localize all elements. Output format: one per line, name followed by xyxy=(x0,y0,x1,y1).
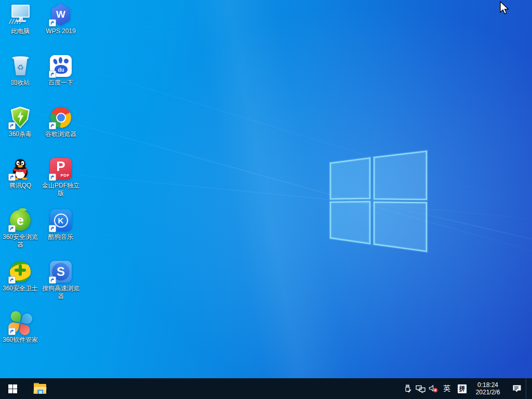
shortcut-arrow-icon xyxy=(49,71,56,78)
volume-muted-icon[interactable] xyxy=(428,378,439,399)
clock-time: 0:18:24 xyxy=(473,381,503,389)
desktop-icon-360-antivirus[interactable]: 360杀毒 xyxy=(0,106,41,138)
system-tray: 英 拼 0:18:24 2021/2/6 xyxy=(402,378,532,399)
shortcut-arrow-icon xyxy=(8,122,16,129)
show-desktop-button[interactable] xyxy=(526,378,529,399)
icon-label: 酷狗音乐 xyxy=(41,233,81,241)
360-safeguard-icon xyxy=(9,260,32,283)
desktop-icon-360-manager[interactable]: 360软件管家 xyxy=(0,312,41,344)
360-browser-icon: e xyxy=(9,209,32,232)
desktop-icon-wps-2019[interactable]: W WPS 2019 xyxy=(41,3,81,35)
desktop-icon-tencent-qq[interactable]: 腾讯QQ xyxy=(0,157,41,190)
qq-icon xyxy=(9,157,32,180)
chrome-icon xyxy=(49,106,72,129)
icon-label: 搜狗高速浏览器 xyxy=(41,285,81,300)
desktop-icon-sogou-browser[interactable]: S 搜狗高速浏览器 xyxy=(41,260,81,300)
shortcut-arrow-icon xyxy=(49,225,56,232)
desktop-icon-kugou-music[interactable]: K 酷狗音乐 xyxy=(41,209,81,241)
icon-label: WPS 2019 xyxy=(41,28,81,35)
ime-pinyin-icon[interactable]: 拼 xyxy=(458,384,467,393)
sogou-icon: S xyxy=(49,260,72,283)
icon-label: 360软件管家 xyxy=(0,336,41,344)
shortcut-arrow-icon xyxy=(8,328,16,335)
taskbar: 英 拼 0:18:24 2021/2/6 xyxy=(0,378,532,399)
desktop-icon-baidu[interactable]: du 百度一下 xyxy=(41,55,81,87)
clock-date: 2021/2/6 xyxy=(473,389,503,396)
shortcut-arrow-icon xyxy=(49,276,56,284)
icon-label: 360安全浏览器 xyxy=(0,233,41,249)
icon-label: 谷歌浏览器 xyxy=(41,130,81,138)
desktop-icon-kingsoft-pdf[interactable]: P PDF 金山PDF独立版 xyxy=(41,157,81,197)
usb-device-icon[interactable] xyxy=(402,378,413,399)
folder-icon xyxy=(34,384,46,394)
desktop-icon-recycle-bin[interactable]: ♻ 回收站 xyxy=(0,55,41,87)
desktop-icon-chrome[interactable]: 谷歌浏览器 xyxy=(41,106,81,138)
baidu-icon: du xyxy=(49,55,72,77)
windows-start-icon xyxy=(8,384,17,393)
icon-label: 此电脑 xyxy=(0,28,41,35)
desktop-icon-360-safeguard[interactable]: 360安全卫士 xyxy=(0,260,41,292)
network-icon[interactable] xyxy=(415,378,426,399)
icon-label: 金山PDF独立版 xyxy=(41,182,81,197)
icon-label: 百度一下 xyxy=(41,79,81,87)
icon-label: 回收站 xyxy=(0,79,41,87)
desktop-icon-360-browser[interactable]: e 360安全浏览器 xyxy=(0,209,41,249)
360-manager-icon xyxy=(9,312,32,335)
notification-icon xyxy=(512,384,522,393)
icon-label: 360安全卫士 xyxy=(0,285,41,292)
this-pc-icon xyxy=(9,3,32,26)
file-explorer-button[interactable] xyxy=(28,378,52,399)
shortcut-arrow-icon xyxy=(8,225,16,232)
action-center-button[interactable] xyxy=(508,378,526,399)
recycle-bin-icon: ♻ xyxy=(9,55,32,77)
desktop-icon-this-pc[interactable]: 此电脑 xyxy=(0,3,41,35)
shortcut-arrow-icon xyxy=(49,174,56,181)
icon-label: 腾讯QQ xyxy=(0,182,41,190)
ime-language-indicator[interactable]: 英 xyxy=(441,384,453,393)
wps-icon: W xyxy=(49,3,72,26)
shortcut-arrow-icon xyxy=(8,276,16,284)
kingsoft-pdf-icon: P PDF xyxy=(49,157,72,180)
start-button[interactable] xyxy=(0,378,25,399)
shortcut-arrow-icon xyxy=(49,19,56,26)
taskbar-clock[interactable]: 0:18:24 2021/2/6 xyxy=(473,381,503,396)
icon-label: 360杀毒 xyxy=(0,130,41,138)
shortcut-arrow-icon xyxy=(49,122,56,129)
windows-logo xyxy=(327,148,431,256)
360-antivirus-icon xyxy=(9,106,32,129)
kugou-icon: K xyxy=(49,209,72,232)
shortcut-arrow-icon xyxy=(8,174,16,181)
